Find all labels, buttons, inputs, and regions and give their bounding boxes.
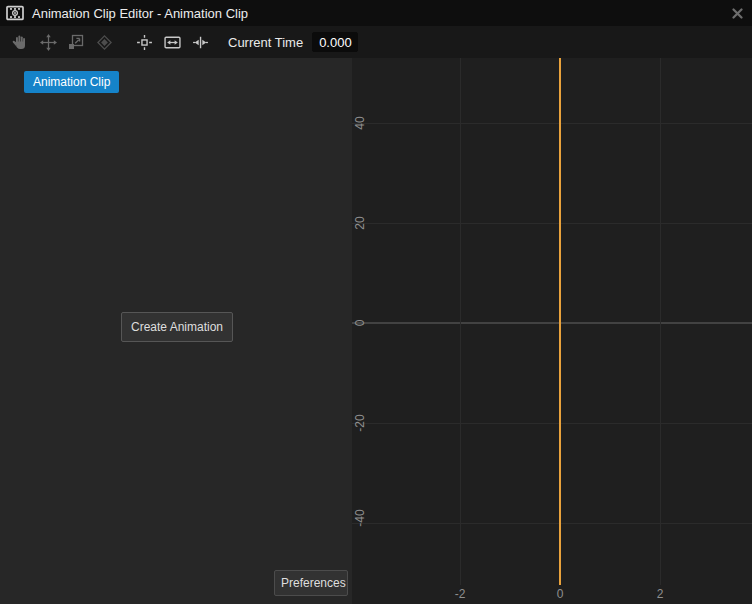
gridline-x2	[660, 58, 661, 585]
filmstrip-icon	[5, 3, 25, 23]
gridline-y40	[352, 123, 752, 124]
curve-editor-canvas[interactable]: 40 20 0 -20 -40 -2 0 2	[352, 58, 752, 604]
clip-list-panel: Animation Clip Create Animation Preferen…	[0, 58, 352, 604]
preferences-button[interactable]: Preferences	[274, 570, 348, 596]
x-tick-label: -2	[440, 587, 480, 601]
create-animation-button[interactable]: Create Animation	[121, 312, 233, 342]
animation-clip-badge[interactable]: Animation Clip	[24, 71, 119, 93]
gridline-y20	[352, 223, 752, 224]
gridline-y0	[352, 322, 752, 324]
titlebar[interactable]: Animation Clip Editor - Animation Clip	[0, 0, 752, 26]
x-tick-label: 0	[540, 587, 580, 601]
toolbar: Current Time	[0, 26, 752, 58]
current-time-label: Current Time	[228, 35, 303, 50]
current-time-input[interactable]	[312, 32, 358, 52]
x-tick-label: 2	[640, 587, 680, 601]
y-tick-label: -40	[352, 502, 368, 534]
center-origin-icon[interactable]	[132, 30, 156, 54]
gridline-y-20	[352, 423, 752, 424]
keyframe-diamond-icon[interactable]	[92, 30, 116, 54]
gridline-y-40	[352, 523, 752, 524]
window-title: Animation Clip Editor - Animation Clip	[32, 6, 248, 21]
content-area: Animation Clip Create Animation Preferen…	[0, 58, 752, 604]
gridline-x-2	[460, 58, 461, 585]
scale-icon[interactable]	[64, 30, 88, 54]
fit-width-icon[interactable]	[160, 30, 184, 54]
y-tick-label: -20	[352, 407, 368, 439]
y-tick-label: 0	[352, 307, 368, 339]
playhead-line[interactable]	[559, 58, 561, 585]
y-tick-label: 40	[352, 107, 368, 139]
animation-clip-editor-window: Animation Clip Editor - Animation Clip	[0, 0, 752, 604]
y-tick-label: 20	[352, 207, 368, 239]
hand-icon[interactable]	[8, 30, 32, 54]
close-icon[interactable]	[728, 4, 746, 22]
move-icon[interactable]	[36, 30, 60, 54]
center-playhead-icon[interactable]	[188, 30, 212, 54]
